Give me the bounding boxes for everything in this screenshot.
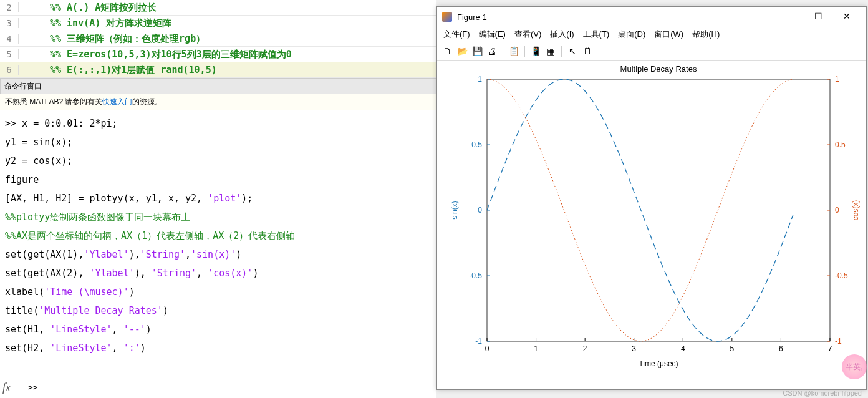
svg-text:5: 5 xyxy=(730,344,735,353)
figure-title: Figure 1 xyxy=(457,12,775,22)
toolbar-button[interactable]: 💾 xyxy=(471,45,483,57)
menu-item[interactable]: 工具(T) xyxy=(583,29,610,40)
toolbar-button[interactable]: 📂 xyxy=(456,45,468,57)
editor-pane[interactable]: 2%% A(.) A矩阵按列拉长3%% inv(A) 对方阵求逆矩阵4%% 三维… xyxy=(0,0,436,79)
svg-text:0: 0 xyxy=(835,206,839,215)
svg-text:-1: -1 xyxy=(835,337,842,346)
plot-svg: 01234567-1-0.500.51-1-0.500.51Multiple D… xyxy=(437,61,867,372)
toolbar-button[interactable]: 🗒 xyxy=(581,45,594,57)
svg-text:Time (μsec): Time (μsec) xyxy=(639,359,678,368)
svg-text:7: 7 xyxy=(828,344,832,353)
svg-text:sin(x): sin(x) xyxy=(450,201,459,219)
command-line: >> x = 0:0.01: 2*pi; xyxy=(5,114,432,133)
command-line: [AX, H1, H2] = plotyy(x, y1, x, y2, 'plo… xyxy=(5,189,432,208)
close-button[interactable]: ✕ xyxy=(832,7,861,26)
command-window-title: 命令行窗口 xyxy=(0,79,436,94)
hint-post: 的资源。 xyxy=(132,97,162,106)
code-line[interactable]: %% 三维矩阵（例如：色度处理rgb） xyxy=(19,33,205,45)
svg-text:-1: -1 xyxy=(475,337,482,346)
menu-item[interactable]: 文件(F) xyxy=(443,29,470,40)
figure-toolbar[interactable]: 🗋📂💾🖨📋📱▦↖🗒 xyxy=(437,42,866,61)
toolbar-button[interactable]: 📱 xyxy=(529,45,542,57)
toolbar-button[interactable]: ▦ xyxy=(544,45,557,57)
menu-item[interactable]: 插入(I) xyxy=(550,29,574,40)
command-window-body[interactable]: >> x = 0:0.01: 2*pi;y1 = sin(x);y2 = cos… xyxy=(0,110,436,361)
svg-text:Multiple Decay Rates: Multiple Decay Rates xyxy=(620,64,697,74)
line-number: 4 xyxy=(0,34,19,44)
command-line: %%AX是两个坐标轴的句柄，AX（1）代表左侧轴，AX（2）代表右侧轴 xyxy=(5,226,432,245)
plot-area[interactable]: 01234567-1-0.500.51-1-0.500.51Multiple D… xyxy=(437,61,866,372)
command-line: y1 = sin(x); xyxy=(5,133,432,152)
command-line: figure xyxy=(5,170,432,189)
code-line[interactable]: %% E(:,:,1)对1层赋值 rand(10,5) xyxy=(19,64,217,76)
fx-icon[interactable]: fx xyxy=(2,381,11,394)
quickstart-link[interactable]: 快速入门 xyxy=(102,97,132,106)
svg-text:1: 1 xyxy=(478,75,482,84)
svg-text:0: 0 xyxy=(478,206,482,215)
command-line: set(get(AX(1),'Ylabel'),'String','sin(x)… xyxy=(5,245,432,264)
svg-text:0.5: 0.5 xyxy=(471,140,482,149)
minimize-button[interactable]: — xyxy=(775,7,804,26)
svg-text:6: 6 xyxy=(779,344,783,353)
menu-item[interactable]: 桌面(D) xyxy=(618,29,645,40)
command-line: title('Multiple Decay Rates') xyxy=(5,301,432,320)
badge-icon: 半英, xyxy=(842,354,867,379)
svg-text:3: 3 xyxy=(632,344,636,353)
svg-text:2: 2 xyxy=(583,344,587,353)
code-line[interactable]: %% E=zeros(10,5,3)对10行5列3层的三维矩阵赋值为0 xyxy=(19,49,292,61)
command-line: set(H2, 'LineStyle', ':') xyxy=(5,339,432,357)
command-line: xlabel('Time (\musec)') xyxy=(5,283,432,301)
prompt[interactable]: >> xyxy=(28,382,38,392)
menu-item[interactable]: 查看(V) xyxy=(514,29,541,40)
maximize-button[interactable]: ☐ xyxy=(804,7,832,26)
menu-item[interactable]: 窗口(W) xyxy=(654,29,683,40)
line-number: 5 xyxy=(0,49,19,59)
hint-pre: 不熟悉 MATLAB? 请参阅有关 xyxy=(5,97,102,106)
line-number: 2 xyxy=(0,2,19,12)
command-line: set(get(AX(2), 'Ylabel'), 'String', 'cos… xyxy=(5,264,432,283)
toolbar-button[interactable]: 📋 xyxy=(508,45,520,57)
line-number: 3 xyxy=(0,18,19,28)
command-line: set(H1, 'LineStyle', '--') xyxy=(5,320,432,339)
svg-text:1: 1 xyxy=(534,344,538,353)
toolbar-button[interactable]: 🖨 xyxy=(486,45,498,57)
svg-text:0.5: 0.5 xyxy=(835,140,846,149)
svg-text:-0.5: -0.5 xyxy=(835,271,848,280)
svg-text:4: 4 xyxy=(681,344,685,353)
svg-rect-0 xyxy=(487,79,830,341)
code-line[interactable]: %% inv(A) 对方阵求逆矩阵 xyxy=(19,17,171,29)
svg-text:-0.5: -0.5 xyxy=(469,271,482,280)
code-line[interactable]: %% A(.) A矩阵按列拉长 xyxy=(19,2,157,14)
matlab-icon xyxy=(442,12,452,22)
svg-text:cos(x): cos(x) xyxy=(851,200,860,221)
svg-text:0: 0 xyxy=(485,344,489,353)
command-line: %%plotyy绘制两条函数图像于同一块幕布上 xyxy=(5,208,432,226)
menu-item[interactable]: 编辑(E) xyxy=(479,29,506,40)
toolbar-button[interactable]: 🗋 xyxy=(441,45,453,57)
watermark: CSDN @komorebi-filpped xyxy=(783,389,862,397)
line-number: 6 xyxy=(0,65,19,75)
command-hint: 不熟悉 MATLAB? 请参阅有关快速入门的资源。 xyxy=(0,94,436,110)
menu-item[interactable]: 帮助(H) xyxy=(692,29,720,40)
figure-window[interactable]: Figure 1 — ☐ ✕ 文件(F)编辑(E)查看(V)插入(I)工具(T)… xyxy=(436,6,867,390)
svg-text:1: 1 xyxy=(835,75,839,84)
command-line: y2 = cos(x); xyxy=(5,152,432,170)
figure-menubar[interactable]: 文件(F)编辑(E)查看(V)插入(I)工具(T)桌面(D)窗口(W)帮助(H) xyxy=(437,27,866,42)
toolbar-button[interactable]: ↖ xyxy=(566,45,579,57)
figure-titlebar[interactable]: Figure 1 — ☐ ✕ xyxy=(437,7,866,27)
